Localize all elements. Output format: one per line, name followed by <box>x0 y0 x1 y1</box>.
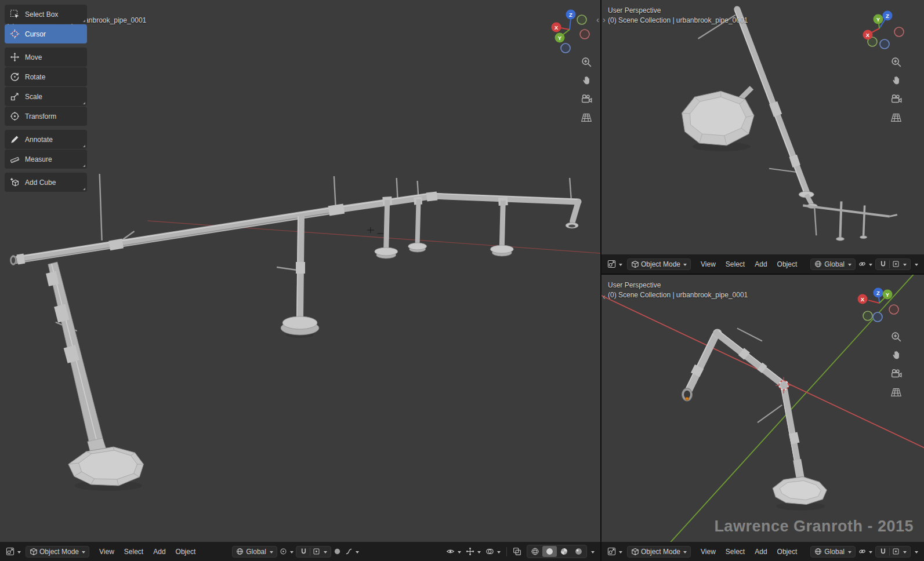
menu-add[interactable]: Add <box>148 546 170 558</box>
snap-target-icon[interactable] <box>313 548 320 555</box>
chevron-down-icon <box>17 551 21 555</box>
chevron-down-icon <box>591 551 595 555</box>
chevron-down-icon <box>869 264 872 268</box>
tool-measure[interactable]: Measure <box>5 150 87 169</box>
axis-z-handle[interactable]: Z <box>874 288 883 298</box>
axis-z-handle[interactable]: Z <box>883 11 893 21</box>
show-overlays-dropdown[interactable] <box>484 545 502 558</box>
hand-icon[interactable] <box>889 348 903 362</box>
menu-object[interactable]: Object <box>773 546 802 558</box>
axis-x-negative-handle[interactable] <box>580 30 589 39</box>
chevron-down-icon <box>497 551 501 555</box>
header-right-controls: Global <box>810 546 920 558</box>
hand-icon[interactable] <box>579 74 593 88</box>
shading-options-dropdown[interactable] <box>588 547 596 557</box>
axis-z-negative-handle[interactable] <box>561 43 570 53</box>
axis-x-handle[interactable]: X <box>863 30 873 40</box>
axis-y-handle[interactable]: Y <box>555 33 565 43</box>
menu-object[interactable]: Object <box>773 258 802 270</box>
pivot-dropdown[interactable] <box>857 258 874 269</box>
orientation-label: Global <box>246 548 266 556</box>
tool-rotate[interactable]: Rotate <box>5 67 87 86</box>
magnet-icon[interactable] <box>879 548 887 555</box>
orientation-dropdown[interactable]: Global <box>810 258 856 270</box>
editor-type-button[interactable] <box>4 545 23 558</box>
grid-icon[interactable] <box>579 111 593 125</box>
zoom-icon[interactable] <box>579 55 593 69</box>
magnet-icon[interactable] <box>879 260 887 268</box>
proportional-editing-toggle[interactable] <box>332 546 343 557</box>
area-collapse-arrow[interactable]: ‹ <box>603 292 606 301</box>
axis-x-negative-handle[interactable] <box>894 27 904 37</box>
show-gizmos-dropdown[interactable] <box>464 545 483 558</box>
axis-z-negative-handle[interactable] <box>873 312 882 322</box>
menu-select[interactable]: Select <box>119 546 148 558</box>
chevron-down-icon <box>619 551 622 555</box>
menu-view[interactable]: View <box>696 546 720 558</box>
axis-x-handle[interactable]: X <box>858 294 868 304</box>
axis-x-negative-handle[interactable] <box>889 305 898 314</box>
xray-toggle[interactable] <box>511 545 523 558</box>
chevron-down-icon <box>903 551 907 555</box>
tool-select-box[interactable]: Select Box <box>5 5 87 24</box>
snap-target-icon[interactable] <box>892 260 900 268</box>
navigation-gizmo[interactable]: X Z Y <box>854 278 904 328</box>
editor-type-button[interactable] <box>606 545 624 558</box>
tool-move[interactable]: Move <box>5 48 87 67</box>
shading-solid-button[interactable] <box>542 546 557 557</box>
camera-view-icon[interactable] <box>889 92 903 106</box>
axis-y-negative-handle[interactable] <box>577 15 586 24</box>
axis-y-negative-handle[interactable] <box>863 311 872 320</box>
navigation-gizmo[interactable]: Y Z X <box>854 3 904 53</box>
menu-object[interactable]: Object <box>171 546 201 558</box>
shading-rendered-button[interactable] <box>571 546 586 557</box>
orientation-dropdown[interactable]: Global <box>232 546 277 558</box>
axis-z-handle[interactable]: Z <box>566 10 576 20</box>
grid-icon[interactable] <box>889 385 903 399</box>
proportional-falloff-dropdown[interactable] <box>912 259 920 269</box>
mode-dropdown[interactable]: Object Mode <box>627 258 691 270</box>
shading-material-button[interactable] <box>557 546 571 557</box>
grid-icon[interactable] <box>889 111 903 125</box>
magnet-icon[interactable] <box>300 548 307 555</box>
tool-scale[interactable]: Scale <box>5 87 87 106</box>
viewport-top-right: User Perspective (0) Scene Collection | … <box>601 0 924 275</box>
tool-transform[interactable]: Transform <box>5 107 87 126</box>
mode-dropdown[interactable]: Object Mode <box>26 546 89 558</box>
mode-label: Object Mode <box>641 548 680 556</box>
camera-view-icon[interactable] <box>579 92 593 106</box>
tool-cursor[interactable]: Cursor <box>5 24 87 43</box>
viewport-header: Object Mode View Select Add Object Globa… <box>0 542 600 561</box>
viewport-canvas[interactable] <box>0 0 600 561</box>
mode-dropdown[interactable]: Object Mode <box>627 546 691 558</box>
axis-x-handle[interactable]: X <box>552 23 561 32</box>
navigation-gizmo[interactable]: Z X Y <box>545 5 595 54</box>
orientation-dropdown[interactable]: Global <box>810 546 856 558</box>
zoom-icon[interactable] <box>889 330 903 344</box>
shading-wireframe-button[interactable] <box>528 546 542 557</box>
object-visibility-dropdown[interactable] <box>444 545 463 558</box>
svg-text:Y: Y <box>876 16 880 23</box>
area-collapse-arrow[interactable]: ‹ <box>596 15 599 24</box>
menu-select[interactable]: Select <box>721 546 749 558</box>
menu-add[interactable]: Add <box>750 546 771 558</box>
zoom-icon[interactable] <box>889 55 903 69</box>
tool-annotate[interactable]: Annotate <box>5 130 87 149</box>
axis-y-handle[interactable]: Y <box>874 14 883 24</box>
camera-view-icon[interactable] <box>889 367 903 381</box>
menu-view[interactable]: View <box>95 546 119 558</box>
tool-add-cube[interactable]: Add Cube <box>5 173 87 192</box>
proportional-falloff-dropdown[interactable] <box>912 547 920 557</box>
snap-target-icon[interactable] <box>892 548 900 555</box>
pivot-dropdown[interactable] <box>857 546 874 557</box>
editor-type-button[interactable] <box>606 258 624 270</box>
menu-view[interactable]: View <box>696 258 720 270</box>
axis-z-negative-handle[interactable] <box>880 39 889 49</box>
pivot-dropdown[interactable] <box>278 546 295 557</box>
hand-icon[interactable] <box>889 74 903 88</box>
area-collapse-arrow[interactable]: › <box>603 15 606 24</box>
axis-y-handle[interactable]: Y <box>883 290 893 300</box>
menu-add[interactable]: Add <box>750 258 771 270</box>
proportional-falloff-dropdown[interactable] <box>343 546 361 557</box>
menu-select[interactable]: Select <box>721 258 749 270</box>
